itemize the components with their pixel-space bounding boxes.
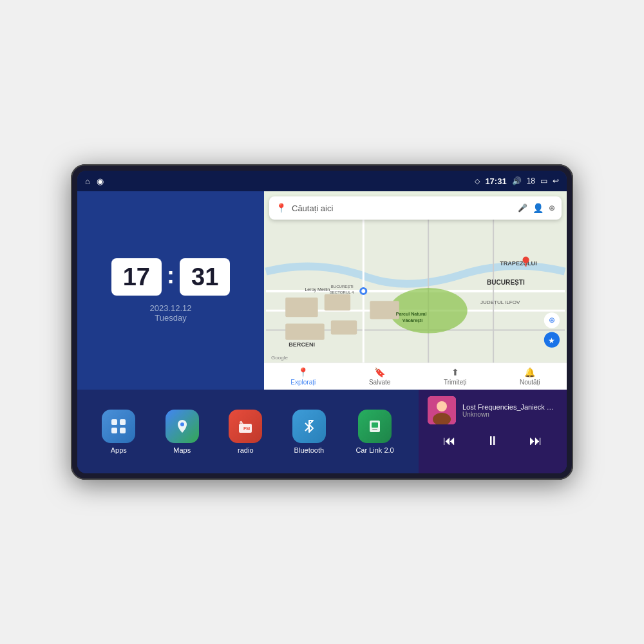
svg-text:Parcul Natural: Parcul Natural <box>396 312 427 316</box>
svg-rect-8 <box>285 298 317 317</box>
app-icon-maps[interactable]: Maps <box>166 410 199 454</box>
svg-rect-11 <box>285 323 325 339</box>
carlink-label: Car Link 2.0 <box>355 446 393 454</box>
radio-icon-bg: FM <box>229 410 262 443</box>
map-nav-saved[interactable]: 🔖 Salvate <box>369 367 390 386</box>
prev-button[interactable]: ⏮ <box>438 432 461 450</box>
svg-rect-34 <box>120 428 126 433</box>
home-icon[interactable]: ⌂ <box>85 176 90 186</box>
app-icons-panel: Apps Maps <box>77 390 419 473</box>
svg-text:JUDEȚUL ILFOV: JUDEȚUL ILFOV <box>480 299 520 305</box>
news-icon: 🔔 <box>524 367 535 377</box>
app-icon-bluetooth[interactable]: Bluetooth <box>292 410 326 454</box>
map-svg: TRAPEZULUI BUCUREȘTI JUDEȚUL ILFOV BERCE… <box>264 220 567 363</box>
svg-text:TRAPEZULUI: TRAPEZULUI <box>500 260 537 267</box>
clock-colon: : <box>167 262 175 289</box>
app-icon-apps[interactable]: Apps <box>102 410 135 454</box>
account-icon[interactable]: 👤 <box>533 203 544 213</box>
svg-text:⊕: ⊕ <box>549 316 555 325</box>
volume-level: 18 <box>527 176 535 185</box>
map-nav-explore[interactable]: 📍 Explorați <box>290 367 316 386</box>
music-controls: ⏮ ⏸ ⏭ <box>428 430 558 452</box>
share-icon: ⬆ <box>451 367 459 377</box>
status-time: 17:31 <box>485 176 506 186</box>
svg-point-29 <box>523 257 529 263</box>
date-info: 2023.12.12 Tuesday <box>149 303 191 323</box>
music-artist: Unknown <box>462 411 558 418</box>
mic-icon[interactable]: 🎤 <box>518 204 527 213</box>
volume-icon: 🔊 <box>512 176 522 185</box>
map-body[interactable]: TRAPEZULUI BUCUREȘTI JUDEȚUL ILFOV BERCE… <box>264 220 567 363</box>
svg-text:★: ★ <box>548 336 555 345</box>
maps-label: Maps <box>173 446 191 454</box>
svg-rect-12 <box>331 320 357 334</box>
maps-nav-icon[interactable]: ◉ <box>97 176 104 186</box>
map-search-bar[interactable]: 📍 Căutați aici 🎤 👤 ⊕ <box>269 196 562 220</box>
location-icon: ◇ <box>475 177 480 185</box>
main-content: 17 : 31 2023.12.12 Tuesday 📍 Căutați aic… <box>77 191 567 473</box>
map-nav-news[interactable]: 🔔 Noutăți <box>520 367 540 386</box>
radio-label: radio <box>238 446 253 454</box>
battery-icon: ▭ <box>540 176 547 185</box>
play-pause-button[interactable]: ⏸ <box>481 432 504 450</box>
bluetooth-label: Bluetooth <box>294 446 324 454</box>
map-search-input[interactable]: Căutați aici <box>292 204 513 213</box>
clock-minute: 31 <box>180 258 230 296</box>
status-bar: ⌂ ◉ ◇ 17:31 🔊 18 ▭ ↩ <box>77 171 567 191</box>
svg-text:SECTORUL 4: SECTORUL 4 <box>330 290 354 294</box>
apps-label: Apps <box>111 446 127 454</box>
clock-panel: 17 : 31 2023.12.12 Tuesday <box>77 191 264 390</box>
map-nav-saved-label: Salvate <box>369 379 390 386</box>
music-info-row: Lost Frequencies_Janieck Devy-... Unknow… <box>428 396 558 424</box>
music-panel: Lost Frequencies_Janieck Devy-... Unknow… <box>419 390 567 473</box>
map-pin-icon: 📍 <box>276 203 287 213</box>
map-nav-share[interactable]: ⬆ Trimiteți <box>444 367 466 386</box>
svg-point-24 <box>361 289 365 293</box>
map-bottom-bar: 📍 Explorați 🔖 Salvate ⬆ Trimiteți 🔔 <box>264 363 567 390</box>
clock-hour: 17 <box>111 258 162 296</box>
layers-icon[interactable]: ⊕ <box>549 204 555 213</box>
explore-icon: 📍 <box>298 367 308 377</box>
svg-text:BUCUREȘTI: BUCUREȘTI <box>487 279 525 286</box>
svg-point-35 <box>180 422 184 426</box>
map-panel[interactable]: 📍 Căutați aici 🎤 👤 ⊕ <box>264 191 567 390</box>
svg-text:Leroy Merlin: Leroy Merlin <box>305 287 330 292</box>
svg-text:BERCENI: BERCENI <box>289 341 315 348</box>
date-display: 2023.12.12 <box>149 303 191 313</box>
saved-icon: 🔖 <box>374 367 385 377</box>
svg-text:FM: FM <box>243 426 250 431</box>
music-title: Lost Frequencies_Janieck Devy-... <box>462 403 558 411</box>
device-frame: ⌂ ◉ ◇ 17:31 🔊 18 ▭ ↩ 17 : <box>71 164 573 480</box>
clock-display: 17 : 31 <box>111 258 231 296</box>
top-section: 17 : 31 2023.12.12 Tuesday 📍 Căutați aic… <box>77 191 567 390</box>
app-icon-carlink[interactable]: Car Link 2.0 <box>355 410 393 454</box>
svg-point-46 <box>437 401 447 412</box>
maps-icon-bg <box>166 410 199 443</box>
next-button[interactable]: ⏭ <box>524 432 547 450</box>
map-search-icons: 🎤 👤 ⊕ <box>518 203 555 213</box>
svg-rect-32 <box>120 419 126 425</box>
svg-rect-31 <box>111 419 117 425</box>
svg-rect-33 <box>111 428 117 433</box>
svg-text:Văcărești: Văcărești <box>402 318 422 323</box>
apps-icon-bg <box>102 410 135 443</box>
map-nav-explore-label: Explorați <box>290 379 316 386</box>
bluetooth-icon-bg <box>292 410 326 443</box>
svg-point-7 <box>390 288 468 334</box>
day-display: Tuesday <box>149 313 191 323</box>
map-nav-news-label: Noutăți <box>520 379 540 386</box>
svg-text:Google: Google <box>271 355 289 361</box>
map-nav-share-label: Trimiteți <box>444 379 466 386</box>
app-icon-radio[interactable]: FM radio <box>229 410 262 454</box>
svg-rect-44 <box>372 429 377 430</box>
back-icon[interactable]: ↩ <box>553 176 559 185</box>
device-screen: ⌂ ◉ ◇ 17:31 🔊 18 ▭ ↩ 17 : <box>77 171 567 473</box>
status-right: ◇ 17:31 🔊 18 ▭ ↩ <box>475 176 559 186</box>
bottom-section: Apps Maps <box>77 390 567 473</box>
svg-rect-9 <box>325 294 350 310</box>
status-left: ⌂ ◉ <box>85 176 104 186</box>
music-album-art <box>428 396 456 424</box>
music-text: Lost Frequencies_Janieck Devy-... Unknow… <box>462 403 558 418</box>
carlink-icon-bg <box>358 410 392 443</box>
svg-text:BUCUREȘTI: BUCUREȘTI <box>331 285 354 289</box>
